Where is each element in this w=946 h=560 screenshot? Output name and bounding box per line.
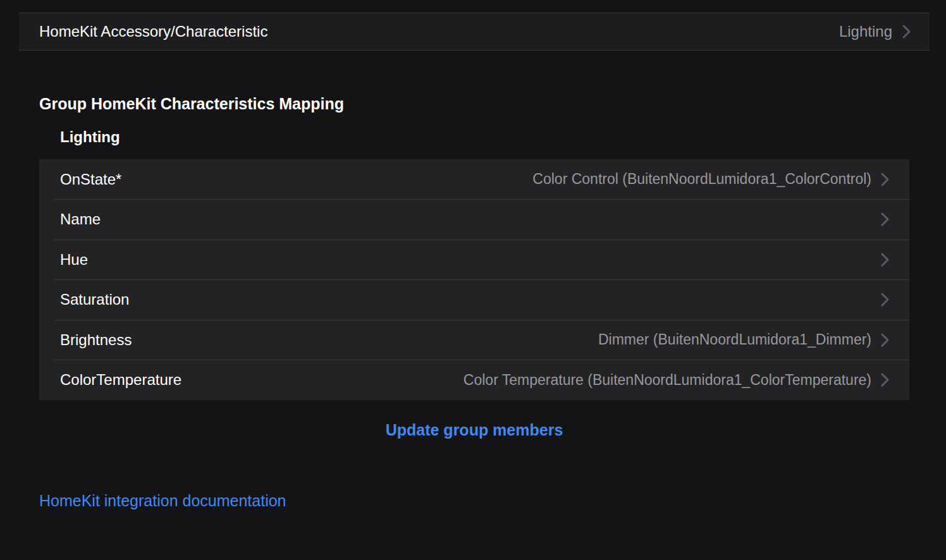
- section-title: Group HomeKit Characteristics Mapping: [39, 95, 344, 113]
- characteristics-mapping-table: OnState* Color Control (BuitenNoordLumid…: [39, 159, 909, 400]
- mapping-row-brightness[interactable]: Brightness Dimmer (BuitenNoordLumidora1_…: [39, 320, 909, 360]
- row-label: Hue: [60, 251, 88, 269]
- row-value: Color Temperature (BuitenNoordLumidora1_…: [181, 372, 871, 389]
- row-label: ColorTemperature: [60, 371, 181, 389]
- row-value: Dimmer (BuitenNoordLumidora1_Dimmer): [132, 331, 871, 348]
- homekit-settings-page: HomeKit Accessory/Characteristic Lightin…: [0, 0, 946, 560]
- chevron-right-icon: [881, 173, 889, 186]
- chevron-right-icon: [881, 253, 889, 267]
- update-group-members-button[interactable]: Update group members: [39, 421, 909, 439]
- mapping-row-saturation[interactable]: Saturation: [39, 280, 909, 320]
- row-value: Color Control (BuitenNoordLumidora1_Colo…: [121, 171, 871, 188]
- mapping-row-name[interactable]: Name: [39, 200, 909, 240]
- homekit-documentation-link[interactable]: HomeKit integration documentation: [39, 492, 286, 510]
- chevron-right-icon: [902, 25, 911, 39]
- row-label: Saturation: [60, 291, 129, 308]
- chevron-right-icon: [881, 212, 889, 226]
- accessory-characteristic-label: HomeKit Accessory/Characteristic: [39, 23, 839, 40]
- chevron-right-icon: [881, 373, 889, 387]
- row-label: Brightness: [60, 331, 132, 349]
- accessory-characteristic-value: Lighting: [839, 23, 892, 40]
- accessory-characteristic-row[interactable]: HomeKit Accessory/Characteristic Lightin…: [19, 13, 930, 51]
- group-name-label: Lighting: [60, 128, 120, 146]
- chevron-right-icon: [881, 293, 889, 307]
- mapping-row-hue[interactable]: Hue: [39, 240, 909, 280]
- chevron-right-icon: [881, 333, 889, 347]
- row-label: Name: [60, 210, 101, 228]
- mapping-row-onstate[interactable]: OnState* Color Control (BuitenNoordLumid…: [39, 159, 909, 200]
- mapping-row-colortemperature[interactable]: ColorTemperature Color Temperature (Buit…: [39, 360, 909, 401]
- row-label: OnState*: [60, 171, 121, 188]
